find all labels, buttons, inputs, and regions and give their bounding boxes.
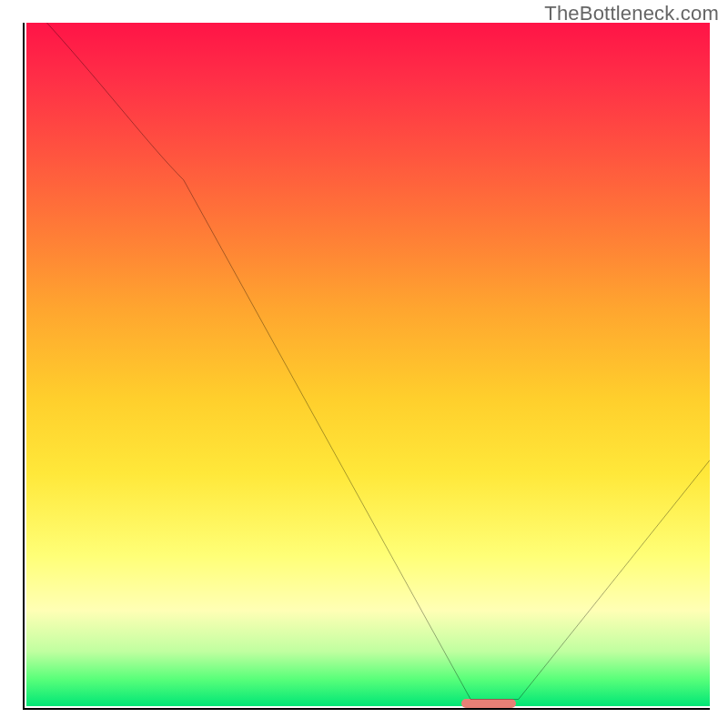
curve-path: [47, 23, 710, 699]
chart-container: TheBottleneck.com: [0, 0, 728, 728]
bottleneck-curve: [26, 23, 710, 706]
plot-area: [23, 23, 710, 710]
